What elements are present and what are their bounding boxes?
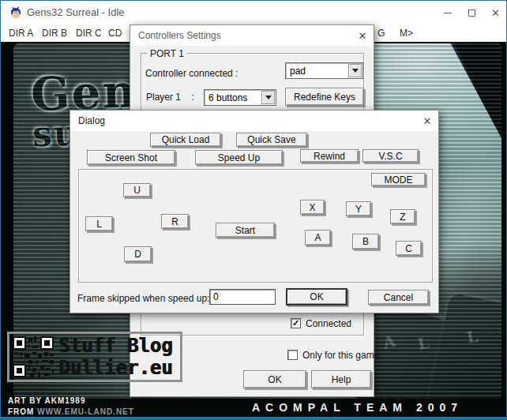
redefine-keys-button[interactable]: Redefine Keys [285,88,364,106]
a-key-button[interactable]: A [305,230,331,246]
player1-buttons-dropdown[interactable]: 6 buttons [204,89,276,106]
c-key-button[interactable]: C [396,241,422,256]
controllers-dialog-close-button[interactable]: ✕ [354,28,371,43]
down-key-button[interactable]: D [124,246,152,262]
app-window: Gens sur A L L Gens32 Surreal - Idle ✕ D… [0,0,507,420]
art-credit: ART BY AKM1989 [8,396,85,405]
site-watermark: Stuff Blog Dullier.eu [7,332,182,382]
dropdown-button[interactable] [261,91,275,104]
left-key-button[interactable]: L [85,216,113,231]
only-for-this-game-label: Only for this game [302,350,379,361]
b-key-button[interactable]: B [352,234,379,249]
watermark-line1: Stuff Blog [58,335,173,357]
controllers-dialog-title: Controllers Settings [138,30,221,41]
controllers-ok-button[interactable]: OK [243,370,306,388]
team-credit: ACOMPAL TEAM 2007 [252,401,463,414]
player1-buttons-value: 6 buttons [208,92,247,103]
source-url: WWW.EMU-LAND.NET [37,407,134,416]
speed-up-button[interactable]: Speed Up [195,150,283,165]
key-dialog-close-button[interactable]: ✕ [419,113,436,129]
frame-skip-label: Frame skipped when speed up: [77,293,209,304]
connected-checkbox[interactable]: ✓ [291,318,301,328]
watermark-text: Stuff Blog Dullier.eu [58,335,173,379]
menu-item-dir-b[interactable]: DIR B [42,28,67,39]
right-key-button[interactable]: R [161,214,189,229]
minimize-button[interactable] [435,1,460,24]
controllers-help-button[interactable]: Help [311,370,371,388]
from-label: FROM [8,407,34,416]
maximize-icon [468,9,475,17]
up-key-button[interactable]: U [123,183,151,197]
mode-key-button[interactable]: MODE [371,173,426,186]
main-titlebar: Gens32 Surreal - Idle ✕ [1,1,507,24]
close-icon: ✕ [423,115,432,127]
window-title: Gens32 Surreal - Idle [27,6,125,18]
quick-save-button[interactable]: Quick Save [236,133,307,147]
menu-item-m-overflow[interactable]: M> [400,28,413,39]
port1-group-label: PORT 1 [147,48,187,59]
chevron-down-icon [352,69,359,73]
bottom-accent-bar [1,417,507,420]
menu-item-dir-a[interactable]: DIR A [9,28,33,39]
chevron-down-icon [265,96,272,99]
key-dialog-ok-button[interactable]: OK [286,288,347,306]
player1-label: Player 1 : [146,92,194,103]
menu-item-dir-c[interactable]: DIR C [76,28,102,39]
minimize-icon [444,13,452,13]
crt-corner-shadow [446,43,501,138]
key-dialog-title: Dialog [78,115,105,126]
only-for-this-game-checkbox[interactable] [287,350,298,360]
close-button[interactable]: ✕ [483,1,507,24]
controller-type-dropdown[interactable]: pad [285,62,363,79]
watermark-line2: Dullier.eu [58,357,173,379]
vsc-button[interactable]: V.S.C [362,149,419,163]
menu-item-partial-g[interactable]: G [377,28,385,39]
y-key-button[interactable]: Y [346,201,371,216]
check-icon: ✓ [292,318,299,328]
connected-label: Connected [306,318,351,329]
screen-shot-button[interactable]: Screen Shot [87,150,175,165]
key-dialog-cancel-button[interactable]: Cancel [368,290,429,305]
start-key-button[interactable]: Start [216,223,275,238]
frame-skip-input[interactable] [209,289,276,305]
rewind-button[interactable]: Rewind [300,149,359,163]
sonic-app-icon [9,6,22,19]
quick-load-button[interactable]: Quick Load [150,133,221,147]
key-mapping-dialog: Dialog ✕ Quick Load Quick Save Screen Sh… [69,110,439,313]
dropdown-button[interactable] [348,64,362,77]
close-icon: ✕ [491,7,500,19]
controller-type-value: pad [290,66,306,77]
menu-item-cd[interactable]: CD [108,28,122,39]
z-key-button[interactable]: Z [390,209,415,224]
close-icon: ✕ [359,30,367,42]
controller-connected-label: Controller connected : [145,68,238,79]
source-credit: FROM WWW.EMU-LAND.NET [8,407,134,416]
x-key-button[interactable]: X [300,200,325,215]
key-dialog-titlebar[interactable]: Dialog ✕ [70,111,438,131]
qr-code-icon [13,336,54,377]
controllers-dialog-titlebar[interactable]: Controllers Settings ✕ [130,25,374,46]
maximize-button[interactable] [460,1,484,24]
